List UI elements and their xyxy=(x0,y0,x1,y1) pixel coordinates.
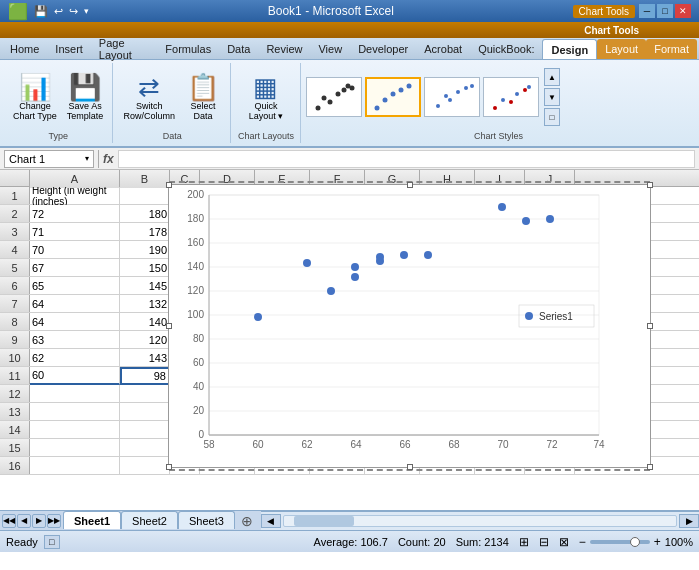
cell[interactable]: 98 xyxy=(120,367,170,385)
cell[interactable]: 140 xyxy=(120,313,170,331)
cell[interactable]: 71 xyxy=(30,223,120,241)
tab-page-layout[interactable]: Page Layout xyxy=(91,39,157,59)
h-scrollbar[interactable]: ◀ ▶ xyxy=(261,511,699,530)
sheet-nav-last[interactable]: ▶▶ xyxy=(47,514,61,528)
cell[interactable]: 64 xyxy=(30,295,120,313)
qat-undo[interactable]: ↩ xyxy=(54,5,63,18)
cell[interactable]: 60 xyxy=(30,367,120,385)
cell[interactable]: 150 xyxy=(120,259,170,277)
cell[interactable] xyxy=(120,403,170,421)
zoom-out-btn[interactable]: − xyxy=(579,535,586,549)
cell[interactable] xyxy=(120,421,170,439)
cell[interactable] xyxy=(120,385,170,403)
tab-format[interactable]: Format xyxy=(646,39,697,59)
qat-save[interactable]: 💾 xyxy=(34,5,48,18)
cell[interactable]: 70 xyxy=(30,241,120,259)
chart-style-scroll-more[interactable]: □ xyxy=(544,108,560,126)
tab-formulas[interactable]: Formulas xyxy=(157,39,219,59)
cell[interactable]: 62 xyxy=(30,349,120,367)
cell[interactable] xyxy=(30,403,120,421)
cell[interactable] xyxy=(120,457,170,475)
close-button[interactable]: ✕ xyxy=(675,4,691,18)
select-data-button[interactable]: 📋 Select Data xyxy=(182,71,224,124)
cell[interactable]: 67 xyxy=(30,259,120,277)
chart-style-1[interactable] xyxy=(306,77,362,117)
cell[interactable]: 143 xyxy=(120,349,170,367)
cell[interactable]: 120 xyxy=(120,331,170,349)
sheet-nav-first[interactable]: ◀◀ xyxy=(2,514,16,528)
zoom-thumb[interactable] xyxy=(630,537,640,547)
sheet-tab-sheet1[interactable]: Sheet1 xyxy=(63,511,121,529)
cell[interactable] xyxy=(120,187,170,205)
switch-row-column-button[interactable]: ⇄ Switch Row/Column xyxy=(120,71,178,124)
chart-handle-tc[interactable] xyxy=(407,182,413,188)
svg-point-16 xyxy=(464,86,468,90)
chart-style-scroll-up[interactable]: ▲ xyxy=(544,68,560,86)
chart-handle-mr[interactable] xyxy=(647,323,653,329)
chart-area[interactable]: 0 20 40 60 80 100 120 140 160 180 200 58… xyxy=(168,184,651,468)
zoom-in-btn[interactable]: + xyxy=(654,535,661,549)
cell[interactable]: 190 xyxy=(120,241,170,259)
col-header-a[interactable]: A xyxy=(30,170,120,188)
maximize-button[interactable]: □ xyxy=(657,4,673,18)
cell[interactable]: 178 xyxy=(120,223,170,241)
chart-handle-br[interactable] xyxy=(647,464,653,470)
status-icon-normal-view[interactable]: □ xyxy=(44,535,60,549)
name-box[interactable]: Chart 1 ▾ xyxy=(4,150,94,168)
chart-style-4[interactable] xyxy=(483,77,539,117)
chart-handle-tl[interactable] xyxy=(166,182,172,188)
svg-point-14 xyxy=(448,98,452,102)
change-chart-type-button[interactable]: 📊 Change Chart Type xyxy=(10,71,60,124)
chart-style-2[interactable] xyxy=(365,77,421,117)
view-page-break-btn[interactable]: ⊠ xyxy=(559,535,569,549)
minimize-button[interactable]: ─ xyxy=(639,4,655,18)
cell[interactable] xyxy=(30,385,120,403)
tab-developer[interactable]: Developer xyxy=(350,39,416,59)
tab-review[interactable]: Review xyxy=(258,39,310,59)
tab-quickbook[interactable]: QuickBook: xyxy=(470,39,542,59)
status-count: Count: 20 xyxy=(398,536,446,548)
sheet-tab-sheet2[interactable]: Sheet2 xyxy=(121,511,178,529)
name-box-dropdown[interactable]: ▾ xyxy=(85,154,89,163)
cell[interactable]: 63 xyxy=(30,331,120,349)
chart-handle-bl[interactable] xyxy=(166,464,172,470)
cell[interactable]: 145 xyxy=(120,277,170,295)
cell[interactable]: 132 xyxy=(120,295,170,313)
chart-handle-ml[interactable] xyxy=(166,323,172,329)
cell[interactable] xyxy=(30,457,120,475)
sheet-nav-next[interactable]: ▶ xyxy=(32,514,46,528)
quick-layout-button[interactable]: ▦ Quick Layout ▾ xyxy=(238,71,293,124)
tab-insert[interactable]: Insert xyxy=(47,39,91,59)
view-layout-btn[interactable]: ⊟ xyxy=(539,535,549,549)
tab-design[interactable]: Design xyxy=(542,39,597,59)
view-normal-btn[interactable]: ⊞ xyxy=(519,535,529,549)
cell[interactable]: Height (in weight (inches) xyxy=(30,187,120,205)
tab-layout[interactable]: Layout xyxy=(597,39,646,59)
cell[interactable] xyxy=(120,439,170,457)
cell[interactable]: 64 xyxy=(30,313,120,331)
tab-data[interactable]: Data xyxy=(219,39,258,59)
chart-handle-tr[interactable] xyxy=(647,182,653,188)
cell[interactable]: 65 xyxy=(30,277,120,295)
cell[interactable] xyxy=(30,439,120,457)
zoom-slider[interactable] xyxy=(590,540,650,544)
cell[interactable] xyxy=(30,421,120,439)
qat-redo[interactable]: ↪ xyxy=(69,5,78,18)
cell[interactable]: 180 xyxy=(120,205,170,223)
formula-input[interactable] xyxy=(118,150,695,168)
chart-style-scroll-down[interactable]: ▼ xyxy=(544,88,560,106)
sheet-tab-sheet3[interactable]: Sheet3 xyxy=(178,511,235,529)
tab-acrobat[interactable]: Acrobat xyxy=(416,39,470,59)
sheet-nav-prev[interactable]: ◀ xyxy=(17,514,31,528)
quick-layout-label: Quick Layout ▾ xyxy=(249,101,284,121)
tab-view[interactable]: View xyxy=(310,39,350,59)
chart-style-3[interactable] xyxy=(424,77,480,117)
sheet-tab-add[interactable]: ⊕ xyxy=(235,511,259,530)
col-header-b[interactable]: B xyxy=(120,170,170,188)
cell[interactable]: 72 xyxy=(30,205,120,223)
tab-home[interactable]: Home xyxy=(2,39,47,59)
formula-fx-icon[interactable]: fx xyxy=(103,152,114,166)
chart-handle-bc[interactable] xyxy=(407,464,413,470)
save-as-template-button[interactable]: 💾 Save As Template xyxy=(64,71,107,124)
svg-text:120: 120 xyxy=(187,285,204,296)
